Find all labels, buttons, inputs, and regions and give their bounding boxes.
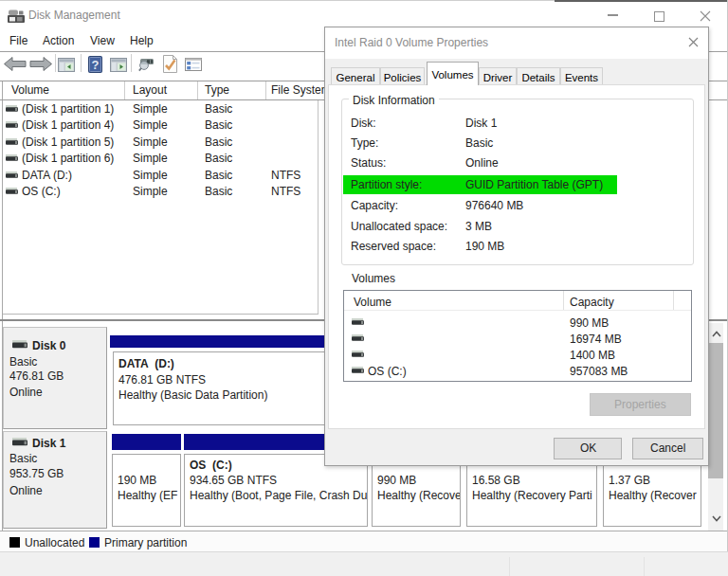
svg-text:?: ? [92,58,100,72]
